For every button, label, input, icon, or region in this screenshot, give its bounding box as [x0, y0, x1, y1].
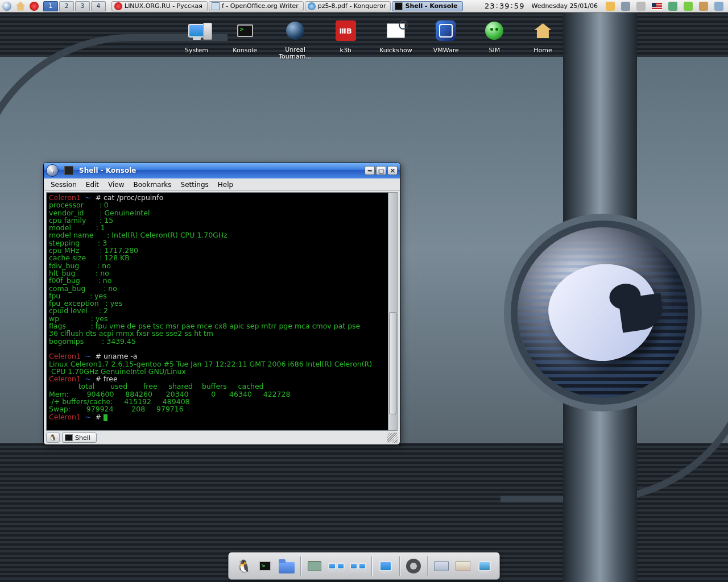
home-launcher[interactable] [14, 1, 27, 12]
dock-gear-icon[interactable] [404, 557, 423, 575]
desktop-icon-konsole[interactable]: Konsole [230, 17, 259, 60]
desktop-icon-label: Kuickshow [379, 47, 412, 54]
desktop-icon-system[interactable]: System [182, 17, 211, 60]
opera-icon [114, 2, 122, 10]
desktop-icon-kuickshow[interactable]: Kuickshow [379, 17, 412, 60]
flower-icon [684, 2, 693, 11]
desktop-icon-label: Home [528, 47, 557, 54]
desktop-pager: 1234 [43, 1, 107, 11]
konsole-icon [65, 434, 73, 441]
task-shell-konsole[interactable]: Shell - Konsole [392, 1, 462, 11]
konsole-menubar: SessionEditViewBookmarksSettingsHelp [44, 178, 400, 191]
titlebar-tab: Shell - Konsole [61, 163, 146, 178]
gentoo-logo [518, 227, 688, 398]
menu-edit[interactable]: Edit [81, 180, 104, 190]
close-button[interactable]: ✕ [387, 166, 398, 175]
flag-us-icon [652, 3, 662, 10]
menu-bookmarks[interactable]: Bookmarks [129, 180, 176, 190]
dock-hardware-icon[interactable] [305, 557, 324, 575]
konsole-tab-label: Shell [75, 434, 90, 442]
window-title: Shell - Konsole [77, 167, 138, 174]
dock-panel1-icon[interactable] [432, 557, 450, 575]
kwallet-icon[interactable] [697, 1, 710, 12]
klipper-icon[interactable] [603, 1, 617, 12]
clock-secs: 59 [514, 2, 525, 10]
writer-icon [212, 2, 220, 10]
desktop-pager-4[interactable]: 4 [91, 1, 106, 11]
kmenu-button[interactable] [0, 1, 14, 12]
terminal-scrollbar[interactable] [388, 193, 397, 430]
window-menu-button[interactable]: ▾ [46, 164, 59, 177]
desktop-pager-1[interactable]: 1 [43, 1, 58, 11]
desktop-pager-3[interactable]: 3 [75, 1, 90, 11]
new-tab-button[interactable]: 🐧 [46, 433, 60, 443]
network-icon [714, 2, 723, 11]
dock-separator [399, 556, 400, 576]
dock-monitor-blue-icon[interactable] [377, 557, 395, 575]
maximize-button[interactable]: ▢ [376, 166, 386, 175]
desktop-icon-home[interactable]: Home [528, 17, 557, 60]
task-linux-org-ru-[interactable]: LINUX.ORG.RU - Русская [111, 1, 208, 11]
bottom-dock: 🐧 [228, 552, 500, 580]
desktop-icon-label: System [182, 47, 211, 54]
opera-launcher[interactable] [27, 1, 41, 12]
date[interactable]: Wednesday 25/01/06 [528, 2, 601, 10]
kwallet-icon [699, 2, 708, 11]
cpu-monitor-icon[interactable] [666, 1, 680, 12]
top-panel: 1234 LINUX.ORG.RU - Русскаяf - OpenOffic… [0, 0, 728, 13]
menu-session[interactable]: Session [46, 180, 81, 190]
scrollbar-thumb[interactable] [389, 312, 396, 414]
k3b-icon: ⅢB [332, 17, 359, 44]
dock-desktop-icon[interactable] [475, 557, 494, 575]
minimize-button[interactable]: ━ [365, 166, 375, 175]
dock-separator [427, 556, 428, 576]
resize-grip[interactable] [387, 433, 398, 443]
dock-separator [371, 556, 372, 576]
desktop-icon-sim[interactable]: SIM [480, 17, 509, 60]
dock-panel2-icon[interactable] [454, 557, 472, 575]
konsole-tab-shell[interactable]: Shell [62, 433, 97, 443]
task-label: LINUX.ORG.RU - Русская [125, 2, 202, 10]
dock-konsole-icon[interactable] [256, 557, 274, 575]
home-icon [16, 2, 25, 11]
desktop-icon-unreal[interactable]: Unreal Tournam... [279, 17, 312, 60]
flag-us-icon[interactable] [650, 1, 664, 12]
dock-penguin-icon[interactable]: 🐧 [234, 557, 253, 575]
task-list: LINUX.ORG.RU - Русскаяf - OpenOffice.org… [111, 1, 463, 11]
menu-help[interactable]: Help [213, 180, 238, 190]
dock-folder-icon[interactable] [278, 557, 296, 575]
menu-settings[interactable]: Settings [176, 180, 213, 190]
kuickshow-icon [382, 17, 410, 44]
desktop-pager-2[interactable]: 2 [59, 1, 74, 11]
dock-display-pair2-icon[interactable] [349, 557, 367, 575]
clock-hours: 23 [485, 2, 495, 10]
clock[interactable]: 23:39:59 [481, 2, 528, 10]
terminal-output[interactable]: Celeron1 ~ # cat /proc/cpuinfo processor… [47, 193, 388, 430]
desktop-icon-vmware[interactable]: VMWare [432, 17, 461, 60]
flower-icon[interactable] [681, 1, 695, 12]
konsole-icon [395, 2, 403, 10]
terminal-frame: Celeron1 ~ # cat /proc/cpuinfo processor… [46, 192, 398, 431]
kde-icon [2, 2, 11, 11]
konsole-tabbar: 🐧 Shell [46, 432, 398, 443]
network-icon[interactable] [712, 1, 726, 12]
desktop-icon-k3b[interactable]: ⅢBk3b [331, 17, 360, 60]
task-pz5-8-pdf-konqueror[interactable]: pz5-8.pdf - Konqueror [305, 1, 391, 11]
window-titlebar[interactable]: ▾ Shell - Konsole ━ ▢ ✕ [44, 163, 400, 178]
keyboard-icon[interactable] [634, 1, 648, 12]
desktop-icon-label: k3b [331, 47, 360, 54]
system-icon [183, 17, 210, 44]
opera-icon [30, 2, 39, 11]
konqueror-icon [308, 2, 316, 10]
home-icon [529, 17, 556, 44]
konsole-window[interactable]: ▾ Shell - Konsole ━ ▢ ✕ SessionEditViewB… [43, 162, 400, 445]
desktop-icon-label: Unreal Tournam... [279, 47, 312, 60]
desktop-icon-label: VMWare [432, 47, 461, 54]
task-f-openoffice-org-writer[interactable]: f - OpenOffice.org Writer [209, 1, 304, 11]
ut-icon [282, 17, 309, 44]
menu-view[interactable]: View [104, 180, 129, 190]
cpu-monitor-icon [668, 2, 677, 11]
volume-icon[interactable] [619, 1, 632, 12]
konsole-icon [64, 166, 73, 175]
dock-display-pair-icon[interactable] [327, 557, 345, 575]
